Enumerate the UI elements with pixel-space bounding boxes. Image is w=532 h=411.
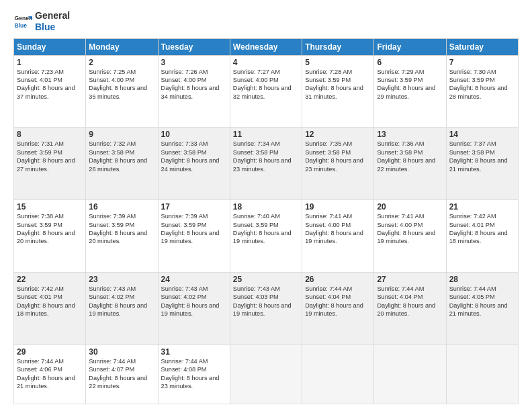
cell-content: Sunrise: 7:27 AMSunset: 4:00 PMDaylight:… [233, 68, 292, 100]
calendar-cell: 7 Sunrise: 7:30 AMSunset: 3:59 PMDayligh… [446, 55, 518, 128]
calendar-cell: 21 Sunrise: 7:42 AMSunset: 4:01 PMDaylig… [446, 200, 518, 273]
calendar-cell: 6 Sunrise: 7:29 AMSunset: 3:59 PMDayligh… [374, 55, 446, 128]
cell-content: Sunrise: 7:39 AMSunset: 3:59 PMDaylight:… [89, 213, 147, 244]
day-number: 1 [17, 58, 83, 67]
day-number: 15 [17, 202, 83, 212]
day-number: 13 [377, 130, 443, 139]
calendar-cell [302, 345, 374, 404]
logo-text: General Blue [35, 10, 70, 33]
cell-content: Sunrise: 7:44 AMSunset: 4:04 PMDaylight:… [377, 285, 435, 317]
cell-content: Sunrise: 7:28 AMSunset: 3:59 PMDaylight:… [305, 68, 363, 100]
cell-content: Sunrise: 7:42 AMSunset: 4:01 PMDaylight:… [17, 285, 75, 317]
calendar-cell [230, 345, 302, 404]
cell-content: Sunrise: 7:41 AMSunset: 4:00 PMDaylight:… [377, 213, 435, 244]
calendar-cell: 16 Sunrise: 7:39 AMSunset: 3:59 PMDaylig… [86, 200, 158, 273]
day-number: 3 [161, 58, 227, 67]
day-number: 11 [233, 130, 299, 139]
day-number: 6 [377, 58, 443, 67]
day-number: 5 [305, 58, 371, 67]
calendar-cell: 5 Sunrise: 7:28 AMSunset: 3:59 PMDayligh… [302, 55, 374, 128]
calendar-cell: 19 Sunrise: 7:41 AMSunset: 4:00 PMDaylig… [302, 200, 374, 273]
calendar-cell: 18 Sunrise: 7:40 AMSunset: 3:59 PMDaylig… [230, 200, 302, 273]
svg-text:General: General [15, 15, 32, 21]
svg-text:Blue: Blue [15, 22, 28, 29]
calendar-cell: 13 Sunrise: 7:36 AMSunset: 3:58 PMDaylig… [374, 128, 446, 200]
cell-content: Sunrise: 7:38 AMSunset: 3:59 PMDaylight:… [17, 213, 75, 244]
cell-content: Sunrise: 7:37 AMSunset: 3:58 PMDaylight:… [449, 140, 508, 172]
cell-content: Sunrise: 7:43 AMSunset: 4:02 PMDaylight:… [161, 285, 220, 317]
day-number: 22 [17, 275, 83, 284]
calendar-cell: 26 Sunrise: 7:44 AMSunset: 4:04 PMDaylig… [302, 272, 374, 345]
calendar-table: SundayMondayTuesdayWednesdayThursdayFrid… [13, 38, 519, 404]
calendar-cell [446, 345, 518, 404]
day-number: 17 [161, 202, 227, 212]
day-number: 19 [305, 202, 371, 212]
cell-content: Sunrise: 7:44 AMSunset: 4:08 PMDaylight:… [161, 358, 220, 390]
cell-content: Sunrise: 7:43 AMSunset: 4:02 PMDaylight:… [89, 285, 147, 317]
day-number: 8 [17, 130, 83, 139]
cell-content: Sunrise: 7:44 AMSunset: 4:06 PMDaylight:… [17, 358, 75, 390]
calendar-cell: 30 Sunrise: 7:44 AMSunset: 4:07 PMDaylig… [86, 345, 158, 404]
cell-content: Sunrise: 7:42 AMSunset: 4:01 PMDaylight:… [449, 213, 508, 244]
day-of-week-header: Sunday [14, 38, 86, 55]
day-number: 16 [89, 202, 154, 212]
cell-content: Sunrise: 7:34 AMSunset: 3:58 PMDaylight:… [233, 140, 292, 172]
calendar-cell: 29 Sunrise: 7:44 AMSunset: 4:06 PMDaylig… [14, 345, 86, 404]
day-number: 31 [161, 347, 227, 357]
calendar-cell: 3 Sunrise: 7:26 AMSunset: 4:00 PMDayligh… [158, 55, 230, 128]
calendar-cell: 15 Sunrise: 7:38 AMSunset: 3:59 PMDaylig… [14, 200, 86, 273]
day-number: 30 [89, 347, 154, 357]
calendar-cell: 2 Sunrise: 7:25 AMSunset: 4:00 PMDayligh… [86, 55, 158, 128]
day-of-week-header: Saturday [446, 38, 518, 55]
cell-content: Sunrise: 7:44 AMSunset: 4:05 PMDaylight:… [449, 285, 508, 317]
day-number: 25 [233, 275, 299, 284]
cell-content: Sunrise: 7:43 AMSunset: 4:03 PMDaylight:… [233, 285, 292, 317]
calendar-cell: 14 Sunrise: 7:37 AMSunset: 3:58 PMDaylig… [446, 128, 518, 200]
day-number: 27 [377, 275, 443, 284]
cell-content: Sunrise: 7:36 AMSunset: 3:58 PMDaylight:… [377, 140, 435, 172]
cell-content: Sunrise: 7:41 AMSunset: 4:00 PMDaylight:… [305, 213, 363, 244]
day-number: 7 [449, 58, 515, 67]
day-number: 18 [233, 202, 299, 212]
day-number: 10 [161, 130, 227, 139]
cell-content: Sunrise: 7:35 AMSunset: 3:58 PMDaylight:… [305, 140, 363, 172]
day-of-week-header: Tuesday [158, 38, 230, 55]
cell-content: Sunrise: 7:30 AMSunset: 3:59 PMDaylight:… [449, 68, 508, 100]
day-number: 26 [305, 275, 371, 284]
cell-content: Sunrise: 7:25 AMSunset: 4:00 PMDaylight:… [89, 68, 147, 100]
calendar-cell: 10 Sunrise: 7:33 AMSunset: 3:58 PMDaylig… [158, 128, 230, 200]
day-of-week-header: Wednesday [230, 38, 302, 55]
day-number: 2 [89, 58, 154, 67]
day-number: 21 [449, 202, 515, 212]
header: General Blue General Blue [13, 10, 519, 33]
day-number: 14 [449, 130, 515, 139]
cell-content: Sunrise: 7:39 AMSunset: 3:59 PMDaylight:… [161, 213, 220, 244]
calendar-cell: 9 Sunrise: 7:32 AMSunset: 3:58 PMDayligh… [86, 128, 158, 200]
calendar-cell: 27 Sunrise: 7:44 AMSunset: 4:04 PMDaylig… [374, 272, 446, 345]
cell-content: Sunrise: 7:23 AMSunset: 4:01 PMDaylight:… [17, 68, 75, 100]
cell-content: Sunrise: 7:40 AMSunset: 3:59 PMDaylight:… [233, 213, 292, 244]
cell-content: Sunrise: 7:33 AMSunset: 3:58 PMDaylight:… [161, 140, 220, 172]
day-number: 12 [305, 130, 371, 139]
cell-content: Sunrise: 7:32 AMSunset: 3:58 PMDaylight:… [89, 140, 147, 172]
calendar-cell: 24 Sunrise: 7:43 AMSunset: 4:02 PMDaylig… [158, 272, 230, 345]
day-of-week-header: Monday [86, 38, 158, 55]
day-number: 24 [161, 275, 227, 284]
logo: General Blue General Blue [13, 10, 70, 33]
page: General Blue General Blue SundayMondayTu… [0, 0, 532, 411]
calendar-cell [374, 345, 446, 404]
calendar-cell: 12 Sunrise: 7:35 AMSunset: 3:58 PMDaylig… [302, 128, 374, 200]
day-number: 23 [89, 275, 154, 284]
day-number: 9 [89, 130, 154, 139]
cell-content: Sunrise: 7:26 AMSunset: 4:00 PMDaylight:… [161, 68, 220, 100]
day-number: 4 [233, 58, 299, 67]
cell-content: Sunrise: 7:31 AMSunset: 3:59 PMDaylight:… [17, 140, 75, 172]
day-of-week-header: Friday [374, 38, 446, 55]
cell-content: Sunrise: 7:29 AMSunset: 3:59 PMDaylight:… [377, 68, 435, 100]
calendar-cell: 23 Sunrise: 7:43 AMSunset: 4:02 PMDaylig… [86, 272, 158, 345]
calendar-cell: 22 Sunrise: 7:42 AMSunset: 4:01 PMDaylig… [14, 272, 86, 345]
day-of-week-header: Thursday [302, 38, 374, 55]
calendar-cell: 25 Sunrise: 7:43 AMSunset: 4:03 PMDaylig… [230, 272, 302, 345]
calendar-cell: 1 Sunrise: 7:23 AMSunset: 4:01 PMDayligh… [14, 55, 86, 128]
calendar-cell: 28 Sunrise: 7:44 AMSunset: 4:05 PMDaylig… [446, 272, 518, 345]
